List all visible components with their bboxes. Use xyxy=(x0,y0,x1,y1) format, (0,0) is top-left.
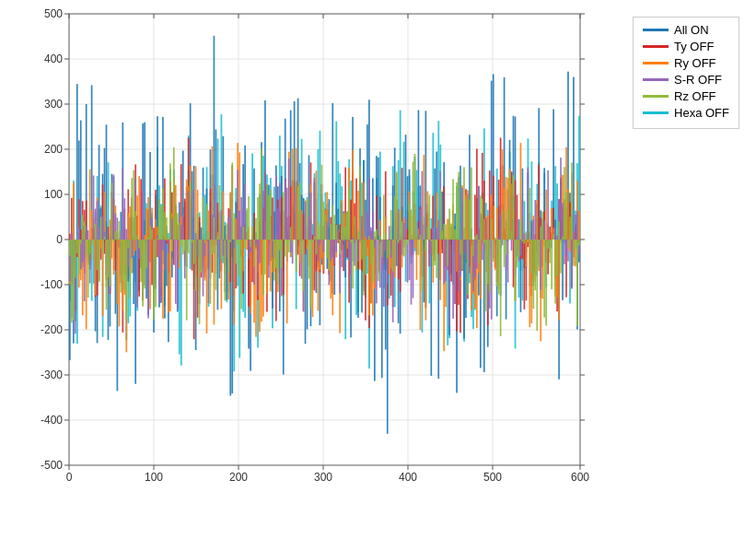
svg-rect-1076 xyxy=(467,190,469,240)
svg-rect-1316 xyxy=(398,209,400,240)
chart-container: 500 400 300 200 100 0 -100 -200 -300 -40… xyxy=(0,0,756,538)
svg-rect-905 xyxy=(149,240,151,310)
svg-rect-1675 xyxy=(558,221,560,240)
svg-rect-1188 xyxy=(162,240,164,251)
svg-rect-988 xyxy=(301,210,303,240)
svg-rect-1416 xyxy=(78,240,80,275)
legend-color-rz-off xyxy=(643,95,669,98)
svg-rect-1457 xyxy=(153,240,155,320)
svg-rect-1326 xyxy=(418,235,420,240)
svg-rect-732 xyxy=(339,225,341,240)
svg-rect-1526 xyxy=(279,240,281,251)
svg-rect-1492 xyxy=(217,236,219,240)
svg-rect-1368 xyxy=(498,238,500,240)
svg-rect-1620 xyxy=(458,172,459,240)
svg-rect-1685 xyxy=(576,240,578,326)
svg-rect-1509 xyxy=(248,196,250,240)
svg-rect-1536 xyxy=(299,182,301,240)
svg-rect-1602 xyxy=(424,216,425,240)
svg-rect-1296 xyxy=(361,216,363,240)
svg-rect-1505 xyxy=(240,240,242,310)
svg-rect-1476 xyxy=(188,240,190,253)
svg-rect-1480 xyxy=(195,240,197,291)
svg-rect-1442 xyxy=(125,240,127,319)
svg-rect-1569 xyxy=(361,240,363,260)
svg-text:300: 300 xyxy=(44,98,63,111)
svg-rect-327 xyxy=(99,145,100,240)
svg-rect-1180 xyxy=(147,240,149,319)
svg-rect-484 xyxy=(392,185,394,240)
svg-rect-1516 xyxy=(261,148,262,240)
svg-rect-1585 xyxy=(392,240,394,272)
svg-rect-1365 xyxy=(491,240,493,320)
svg-rect-1658 xyxy=(528,240,529,242)
svg-rect-1517 xyxy=(262,240,264,295)
svg-rect-1654 xyxy=(520,221,522,240)
svg-rect-1570 xyxy=(363,240,365,296)
svg-rect-1339 xyxy=(443,240,445,284)
svg-text:500: 500 xyxy=(483,471,502,484)
svg-rect-1087 xyxy=(487,216,489,240)
svg-rect-1539 xyxy=(307,199,308,240)
svg-rect-1599 xyxy=(418,240,420,255)
svg-rect-902 xyxy=(144,235,145,240)
svg-rect-1204 xyxy=(192,190,193,240)
svg-rect-1611 xyxy=(441,230,443,240)
svg-rect-1575 xyxy=(374,231,376,240)
svg-rect-1461 xyxy=(160,206,162,240)
svg-rect-1522 xyxy=(272,240,273,240)
svg-rect-607 xyxy=(108,227,110,240)
svg-rect-734 xyxy=(343,240,344,271)
svg-rect-522 xyxy=(463,240,465,339)
svg-rect-1469 xyxy=(175,215,177,240)
svg-rect-764 xyxy=(398,240,400,279)
svg-rect-1255 xyxy=(285,179,286,240)
svg-rect-1462 xyxy=(162,188,164,240)
svg-rect-1447 xyxy=(134,211,136,240)
svg-rect-1374 xyxy=(511,240,513,251)
svg-rect-1483 xyxy=(201,240,203,272)
svg-rect-1283 xyxy=(335,240,337,252)
svg-rect-1631 xyxy=(478,240,480,263)
svg-rect-1669 xyxy=(547,240,549,249)
svg-rect-713 xyxy=(305,240,307,254)
svg-rect-642 xyxy=(173,240,175,265)
svg-rect-969 xyxy=(266,240,268,294)
svg-rect-1193 xyxy=(171,219,173,240)
svg-rect-1286 xyxy=(341,240,343,267)
svg-rect-652 xyxy=(192,240,193,271)
svg-rect-1463 xyxy=(164,212,166,240)
svg-rect-994 xyxy=(312,240,314,317)
svg-rect-1309 xyxy=(385,240,387,251)
svg-rect-1372 xyxy=(507,240,509,283)
svg-rect-1629 xyxy=(474,237,476,240)
svg-rect-1408 xyxy=(575,215,576,240)
svg-rect-476 xyxy=(378,158,379,240)
svg-rect-1356 xyxy=(474,240,476,277)
svg-rect-1136 xyxy=(578,210,580,240)
svg-rect-520 xyxy=(459,166,461,240)
svg-rect-709 xyxy=(297,240,299,254)
svg-rect-1324 xyxy=(413,240,414,298)
svg-rect-1518 xyxy=(264,240,266,275)
svg-rect-1614 xyxy=(447,240,448,266)
svg-rect-1191 xyxy=(168,240,169,253)
svg-rect-1640 xyxy=(494,238,496,240)
svg-rect-1085 xyxy=(483,219,485,240)
svg-rect-1171 xyxy=(131,240,133,258)
svg-rect-1574 xyxy=(372,240,374,282)
svg-rect-1023 xyxy=(365,237,366,240)
svg-rect-828 xyxy=(517,195,518,240)
svg-rect-1411 xyxy=(69,240,71,255)
svg-rect-1662 xyxy=(534,240,536,290)
svg-rect-1446 xyxy=(133,170,134,240)
svg-rect-1221 xyxy=(223,240,225,255)
svg-rect-396 xyxy=(224,226,226,240)
svg-rect-1153 xyxy=(99,227,100,240)
svg-rect-1617 xyxy=(452,179,454,240)
svg-rect-1684 xyxy=(575,240,576,250)
svg-rect-1413 xyxy=(73,240,75,320)
svg-rect-1320 xyxy=(405,216,407,240)
svg-rect-940 xyxy=(214,240,215,324)
svg-rect-1420 xyxy=(86,240,87,254)
